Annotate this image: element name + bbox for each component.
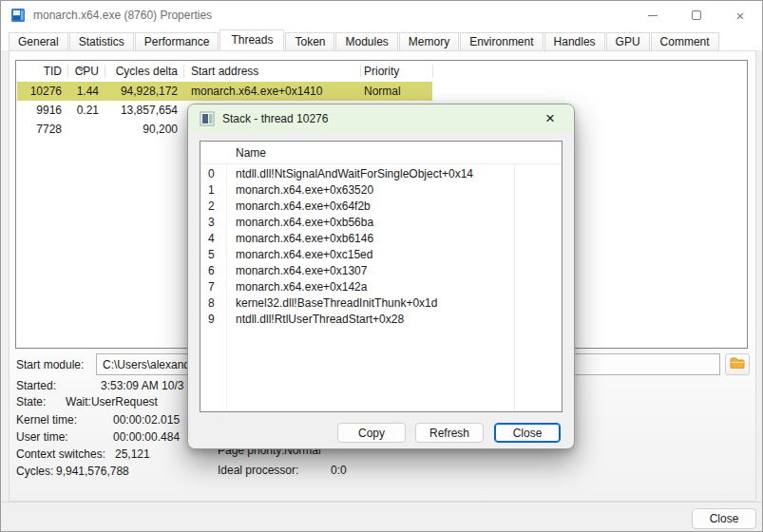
tab-token[interactable]: Token [285, 32, 334, 50]
cell-cpu: 0.21 [67, 101, 105, 120]
kernel-time-value: 00:00:02.015 [113, 413, 180, 427]
cell-priority: Normal [360, 82, 432, 101]
header-separator [432, 65, 433, 78]
list-item[interactable]: 2monarch.x64.exe+0x64f2b [200, 199, 562, 215]
column-header-tid[interactable]: TID [17, 61, 67, 82]
properties-window: monarch.x64.exe (8760) Properties × Gene… [0, 0, 763, 532]
start-module-label: Start module: [16, 358, 84, 371]
cycles-value: 9,941,576,788 [56, 465, 129, 478]
list-item[interactable]: 6monarch.x64.exe+0x1307 [200, 263, 562, 279]
frame-index: 0 [208, 166, 215, 182]
tab-memory[interactable]: Memory [399, 32, 459, 50]
close-icon: × [545, 109, 555, 128]
frame-name: ntdll.dll!NtSignalAndWaitForSingleObject… [236, 166, 473, 182]
column-header-start-address[interactable]: Start address [191, 61, 258, 82]
frame-name: monarch.x64.exe+0xb56ba [236, 215, 373, 231]
frame-name: monarch.x64.exe+0x64f2b [236, 199, 371, 215]
cell-cpu [67, 120, 105, 139]
stack-dialog-close-button[interactable]: × [534, 104, 566, 133]
list-item[interactable]: 1monarch.x64.exe+0x63520 [200, 182, 562, 199]
list-item[interactable]: 9ntdll.dll!RtlUserThreadStart+0x28 [200, 312, 562, 328]
tab-gpu[interactable]: GPU [606, 32, 650, 50]
user-time-value: 00:00:00.484 [113, 430, 180, 444]
stack-dialog-title: Stack - thread 10276 [222, 112, 328, 125]
tab-environment[interactable]: Environment [460, 32, 543, 50]
frame-index: 5 [208, 247, 215, 263]
frame-index: 1 [208, 182, 215, 199]
folder-icon [730, 357, 745, 371]
maximize-icon [692, 10, 701, 20]
started-label: Started: [16, 379, 56, 392]
header-separator [105, 65, 105, 78]
sort-descending-icon [77, 62, 86, 67]
tab-bar: General Statistics Performance Threads T… [1, 29, 762, 50]
window-title: monarch.x64.exe (8760) Properties [33, 9, 212, 22]
app-icon [10, 8, 26, 23]
cell-cpu: 1.44 [67, 82, 105, 101]
frame-name: monarch.x64.exe+0xb6146 [236, 231, 373, 247]
tab-statistics[interactable]: Statistics [69, 32, 134, 50]
table-row[interactable]: 10276 1.44 94,928,172 monarch.x64.exe+0x… [16, 82, 747, 101]
list-item[interactable]: 4monarch.x64.exe+0xb6146 [200, 231, 562, 247]
stack-list-header: Name [200, 142, 562, 164]
minimize-icon [648, 15, 658, 16]
close-icon: × [736, 9, 745, 23]
list-item[interactable]: 3monarch.x64.exe+0xb56ba [200, 215, 562, 231]
cell-tid: 10276 [17, 82, 67, 101]
state-value: Wait:UserRequest [66, 395, 158, 408]
list-item[interactable]: 8kernel32.dll!BaseThreadInitThunk+0x1d [200, 295, 562, 312]
frame-name: monarch.x64.exe+0x142a [236, 279, 367, 295]
stack-dialog-app-icon [200, 111, 215, 126]
column-header-name[interactable]: Name [236, 142, 266, 164]
kernel-time-label: Kernel time: [16, 413, 77, 427]
tab-modules[interactable]: Modules [335, 32, 397, 50]
frame-name: kernel32.dll!BaseThreadInitThunk+0x1d [236, 295, 437, 312]
started-value: 3:53:09 AM 10/3 [101, 379, 183, 392]
refresh-button[interactable]: Refresh [415, 423, 484, 443]
close-button[interactable]: Close [692, 508, 756, 529]
cell-tid: 9916 [17, 101, 67, 120]
ideal-processor-label: Ideal processor: [218, 464, 298, 477]
frame-index: 7 [208, 279, 215, 295]
frame-name: monarch.x64.exe+0x63520 [236, 182, 373, 199]
column-header-cpu[interactable]: CPU [67, 61, 105, 82]
context-switches-label: Context switches: [16, 447, 105, 461]
cycles-label: Cycles: [16, 465, 53, 478]
tab-threads[interactable]: Threads [219, 29, 284, 50]
column-header-priority[interactable]: Priority [364, 61, 399, 82]
tab-performance[interactable]: Performance [135, 32, 219, 50]
stack-dialog: Stack - thread 10276 × Name 0ntdll.dll!N… [187, 104, 575, 449]
browse-start-module-button[interactable] [725, 353, 750, 375]
ideal-processor-value: 0:0 [331, 464, 347, 477]
stack-frame-rows: 0ntdll.dll!NtSignalAndWaitForSingleObjec… [200, 166, 562, 328]
frame-name: monarch.x64.exe+0x1307 [236, 263, 367, 279]
list-item[interactable]: 5monarch.x64.exe+0xc15ed [200, 247, 562, 263]
copy-button[interactable]: Copy [337, 423, 406, 443]
cell-cycles-delta: 94,928,172 [105, 82, 183, 101]
list-item[interactable]: 0ntdll.dll!NtSignalAndWaitForSingleObjec… [200, 166, 562, 182]
cell-tid: 7728 [17, 120, 67, 139]
close-window-button[interactable]: × [718, 1, 762, 29]
context-switches-value: 25,121 [115, 447, 150, 461]
user-time-label: User time: [16, 430, 68, 444]
stack-frames-list: Name 0ntdll.dll!NtSignalAndWaitForSingle… [200, 141, 563, 412]
column-header-cycles-delta[interactable]: Cycles delta [105, 61, 183, 82]
header-separator [360, 65, 361, 78]
cell-cycles-delta: 13,857,654 [105, 101, 183, 120]
frame-index: 6 [208, 263, 215, 279]
cell-start-address: monarch.x64.exe+0x1410 [183, 82, 360, 101]
stack-close-button[interactable]: Close [494, 423, 561, 443]
titlebar: monarch.x64.exe (8760) Properties × [1, 1, 762, 29]
tab-general[interactable]: General [9, 32, 68, 50]
frame-index: 9 [208, 312, 215, 328]
tab-comment[interactable]: Comment [651, 32, 719, 50]
frame-index: 4 [208, 231, 215, 247]
tab-handles[interactable]: Handles [544, 32, 605, 50]
frame-index: 8 [208, 295, 215, 312]
minimize-button[interactable] [631, 1, 675, 29]
maximize-button[interactable] [675, 1, 718, 29]
frame-name: monarch.x64.exe+0xc15ed [236, 247, 372, 263]
list-item[interactable]: 7monarch.x64.exe+0x142a [200, 279, 562, 295]
stack-dialog-titlebar: Stack - thread 10276 × [188, 104, 574, 133]
threads-table-header: TID CPU Cycles delta Start address Prior… [16, 61, 747, 82]
